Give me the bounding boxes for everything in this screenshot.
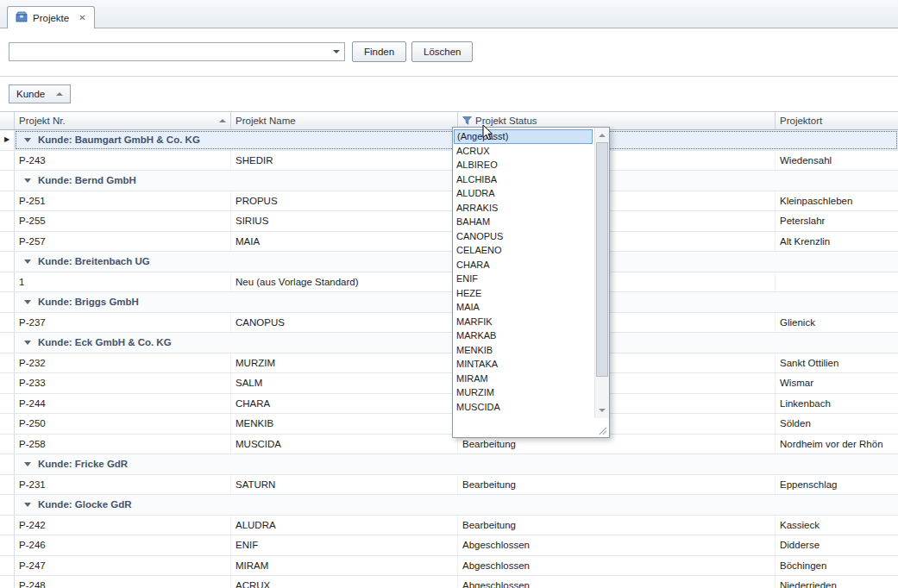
cell-nr[interactable]: P-257 (15, 232, 231, 252)
filter-funnel-icon[interactable] (462, 116, 472, 125)
filter-item[interactable]: (Angepasst) (454, 129, 593, 144)
collapse-group-icon[interactable] (24, 138, 31, 142)
cell-ort[interactable]: Peterslahr (776, 211, 898, 231)
filter-item[interactable]: MURZIM (454, 385, 593, 400)
cell-nr[interactable]: P-250 (15, 414, 231, 434)
data-row[interactable]: P-242ALUDRABearbeitungKassieck (0, 516, 898, 536)
cell-name[interactable]: SATURN (231, 475, 458, 495)
filter-item[interactable]: ARRAKIS (454, 201, 593, 216)
cell-ort[interactable]: Kleinpaschleben (776, 191, 898, 211)
filter-item[interactable]: ENIF (454, 272, 593, 286)
data-row[interactable]: P-246ENIFAbgeschlossenDidderse (0, 535, 898, 556)
filter-item[interactable]: MAIA (454, 300, 593, 315)
filter-item[interactable]: MARKAB (454, 328, 593, 343)
cell-name[interactable]: ENIF (231, 535, 458, 555)
cell-ort[interactable]: Linkenbach (776, 394, 898, 414)
filter-item[interactable]: CHARA (454, 258, 593, 272)
combobox-dropdown-button[interactable] (329, 43, 344, 60)
cell-status[interactable]: Bearbeitung (458, 516, 776, 535)
group-row[interactable]: ▶Kunde: Baumgart GmbH & Co. KG (0, 130, 898, 151)
cell-ort[interactable]: Wiedensahl (776, 151, 898, 171)
scroll-up-button[interactable] (595, 128, 609, 142)
cell-nr[interactable]: P-251 (15, 191, 231, 211)
cell-nr[interactable]: P-243 (15, 151, 231, 171)
cell-name[interactable]: SIRIUS (231, 211, 458, 231)
cell-nr[interactable]: P-248 (15, 576, 231, 588)
cell-status[interactable]: Bearbeitung (458, 475, 776, 495)
cell-ort[interactable]: Glienick (776, 313, 898, 333)
cell-ort[interactable]: Niederrieden (776, 576, 898, 588)
cell-nr[interactable]: P-231 (15, 475, 231, 495)
group-row[interactable]: Kunde: Bernd GmbH (0, 171, 898, 191)
cell-name[interactable]: CHARA (231, 394, 458, 414)
cell-ort[interactable]: Sankt Ottilien (776, 353, 898, 373)
data-row[interactable]: P-251PROPUSKleinpaschleben (0, 191, 898, 212)
cell-nr[interactable]: P-258 (15, 435, 231, 454)
data-row[interactable]: P-232MURZIMSankt Ottilien (0, 353, 898, 374)
scrollbar-thumb[interactable] (596, 142, 608, 377)
filter-item[interactable]: HEZE (454, 286, 593, 301)
cell-nr[interactable]: P-247 (15, 556, 231, 576)
find-button[interactable]: Finden (352, 41, 406, 62)
filter-item[interactable]: CANOPUS (454, 229, 593, 244)
tab-projekte[interactable]: Projekte ✕ (7, 6, 95, 28)
data-row[interactable]: P-257MAIAAlt Krenzlin (0, 232, 898, 253)
cell-nr[interactable]: P-237 (15, 313, 231, 333)
group-field-kunde[interactable]: Kunde (9, 84, 71, 103)
group-row[interactable]: Kunde: Glocke GdR (0, 495, 898, 516)
filter-item[interactable]: MUSCIDA (454, 400, 593, 415)
cell-ort[interactable]: Kassieck (776, 516, 898, 535)
group-row[interactable]: Kunde: Briggs GmbH (0, 292, 898, 313)
data-row[interactable]: P-243SHEDIRWiedensahl (0, 151, 898, 172)
collapse-group-icon[interactable] (24, 260, 31, 264)
data-row[interactable]: P-255SIRIUSPeterslahr (0, 211, 898, 232)
cell-name[interactable]: ACRUX (231, 576, 458, 588)
cell-ort[interactable]: Alt Krenzlin (776, 232, 898, 252)
cell-name[interactable]: MUSCIDA (231, 435, 458, 454)
column-header-projekt-name[interactable]: Projekt Name (231, 112, 458, 129)
data-row[interactable]: P-237CANOPUSGlienick (0, 313, 898, 334)
cell-ort[interactable]: Nordheim vor der Rhön (776, 435, 898, 454)
filter-item[interactable]: ALBIREO (454, 158, 593, 172)
data-row[interactable]: 1Neu (aus Vorlage Standard) (0, 272, 898, 293)
cell-nr[interactable]: P-232 (15, 353, 231, 373)
filter-item[interactable]: MINTAKA (454, 357, 593, 372)
cell-status[interactable]: Abgeschlossen (458, 535, 776, 555)
group-row[interactable]: Kunde: Eck GmbH & Co. KG (0, 333, 898, 353)
group-row[interactable]: Kunde: Breitenbach UG (0, 252, 898, 272)
scroll-down-button[interactable] (595, 403, 609, 417)
cell-nr[interactable]: P-244 (15, 394, 231, 414)
clear-button[interactable]: Löschen (411, 41, 473, 62)
cell-nr[interactable]: P-255 (15, 211, 231, 231)
search-combobox-input[interactable] (9, 43, 329, 60)
filter-item[interactable]: ALCHIBA (454, 172, 593, 187)
collapse-group-icon[interactable] (24, 341, 31, 345)
collapse-group-icon[interactable] (24, 300, 31, 304)
filter-item[interactable]: MARFIK (454, 315, 593, 329)
column-header-projektort[interactable]: Projektort (776, 112, 898, 129)
cell-name[interactable]: MURZIM (231, 353, 458, 373)
filter-item[interactable]: MIRAM (454, 372, 593, 386)
cell-ort[interactable]: Eppenschlag (776, 475, 898, 495)
group-cell[interactable]: Kunde: Glocke GdR (15, 495, 898, 515)
data-row[interactable]: P-248ACRUXAbgeschlossenNiederrieden (0, 576, 898, 588)
cell-ort[interactable]: Didderse (776, 535, 898, 555)
cell-name[interactable]: Neu (aus Vorlage Standard) (231, 272, 458, 292)
cell-status[interactable]: Abgeschlossen (458, 556, 776, 576)
column-header-projekt-nr[interactable]: Projekt Nr. (15, 112, 231, 129)
cell-ort[interactable]: Sölden (776, 414, 898, 434)
cell-nr[interactable]: P-246 (15, 535, 231, 555)
cell-ort[interactable]: Wismar (776, 373, 898, 393)
data-row[interactable]: P-258MUSCIDABearbeitungNordheim vor der … (0, 435, 898, 455)
cell-name[interactable]: MIRAM (231, 556, 458, 576)
cell-name[interactable]: MENKIB (231, 414, 458, 434)
filter-item[interactable]: ALUDRA (454, 186, 593, 201)
cell-nr[interactable]: 1 (15, 272, 231, 292)
cell-name[interactable]: SHEDIR (231, 151, 458, 171)
collapse-group-icon[interactable] (24, 178, 31, 183)
cell-ort[interactable] (776, 272, 898, 292)
group-cell[interactable]: Kunde: Fricke GdR (15, 454, 898, 474)
group-row[interactable]: Kunde: Fricke GdR (0, 454, 898, 475)
data-row[interactable]: P-247MIRAMAbgeschlossenBöchingen (0, 556, 898, 577)
cell-nr[interactable]: P-242 (15, 516, 231, 535)
